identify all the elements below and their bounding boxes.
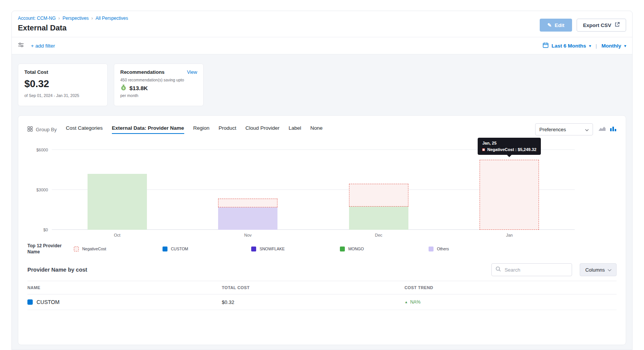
svg-text:$: $ bbox=[123, 87, 124, 90]
total-cost-label: Total Cost bbox=[24, 69, 101, 75]
group-by-tab[interactable]: None bbox=[310, 125, 322, 134]
y-axis-label: $6000 bbox=[36, 148, 48, 152]
bar-column[interactable] bbox=[183, 150, 314, 230]
bar-segment-mongo[interactable] bbox=[349, 207, 408, 230]
legend-swatch bbox=[163, 247, 167, 251]
legend-swatch bbox=[340, 247, 345, 251]
edit-button-label: Edit bbox=[555, 22, 564, 28]
table-row[interactable]: CUSTOM$0.32▲NA% bbox=[27, 294, 617, 310]
bar-column[interactable] bbox=[313, 150, 444, 230]
tooltip-value: NegativeCost : $5,249.32 bbox=[487, 147, 536, 152]
legend-item[interactable]: Others bbox=[429, 247, 517, 251]
group-by-tab[interactable]: External Data: Provider Name bbox=[112, 125, 184, 134]
legend-item[interactable]: MONGO bbox=[340, 247, 429, 251]
search-icon bbox=[496, 266, 501, 273]
area-chart-icon[interactable] bbox=[598, 126, 606, 133]
money-bag-icon: $ bbox=[120, 84, 127, 92]
table-column-header[interactable]: COST TREND bbox=[405, 285, 617, 290]
external-link-icon bbox=[615, 22, 620, 28]
group-by-tab[interactable]: Product bbox=[218, 125, 236, 134]
table-column-header[interactable]: TOTAL COST bbox=[222, 285, 405, 290]
filter-right: Last 6 Months ▾ | Monthly ▾ bbox=[543, 42, 626, 49]
columns-button[interactable]: Columns bbox=[580, 263, 617, 276]
preferences-dropdown[interactable]: Preferences bbox=[535, 123, 593, 135]
group-by-row: Group By Cost CategoriesExternal Data: P… bbox=[27, 123, 617, 135]
breadcrumb-all-perspectives[interactable]: All Perspectives bbox=[96, 16, 128, 21]
filter-left: + add filter bbox=[18, 42, 55, 49]
group-by-tab[interactable]: Cost Categories bbox=[66, 125, 103, 134]
legend-label: CUSTOM bbox=[171, 247, 188, 251]
legend-item[interactable]: CUSTOM bbox=[163, 247, 251, 251]
chevron-down-icon bbox=[585, 127, 589, 132]
recommendations-per-month: per month bbox=[120, 93, 197, 98]
provider-swatch bbox=[27, 299, 33, 305]
header-actions: ✎ Edit Export CSV bbox=[540, 19, 626, 32]
grid-icon bbox=[27, 126, 33, 133]
search-input[interactable] bbox=[504, 267, 568, 273]
bar-column[interactable] bbox=[444, 150, 575, 230]
tooltip-series-swatch bbox=[482, 148, 485, 151]
x-axis-label: Dec bbox=[313, 233, 444, 237]
bar-segment-negativecost[interactable] bbox=[218, 199, 277, 207]
breadcrumb: Account: CCM-NG › Perspectives › All Per… bbox=[18, 16, 128, 21]
group-by-tab[interactable]: Cloud Provider bbox=[245, 125, 279, 134]
group-by-label: Group By bbox=[27, 126, 57, 133]
granularity-dropdown[interactable]: Monthly bbox=[601, 43, 621, 49]
chart-tooltip: Jan, 25 NegativeCost : $5,249.32 bbox=[478, 138, 541, 155]
add-filter-button[interactable]: + add filter bbox=[31, 43, 55, 49]
legend-swatch bbox=[429, 247, 434, 251]
trend-up-icon: ▲ bbox=[405, 300, 408, 304]
breadcrumb-separator-icon: › bbox=[58, 16, 60, 21]
date-range-dropdown[interactable]: Last 6 Months bbox=[552, 43, 586, 49]
table-title: Provider Name by cost bbox=[27, 267, 87, 273]
column-chart-icon[interactable] bbox=[610, 126, 617, 133]
legend-item[interactable]: SNOWFLAKE bbox=[251, 247, 340, 251]
chart-plot: $0$3000$6000 Jan, 25 NegativeCost : $5,2… bbox=[52, 150, 575, 230]
x-axis-label: Oct bbox=[52, 233, 183, 237]
bar-segment-negativecost[interactable] bbox=[349, 184, 408, 207]
bar-segment-negativecost[interactable] bbox=[480, 160, 539, 230]
header-left: Account: CCM-NG › Perspectives › All Per… bbox=[18, 16, 128, 32]
export-csv-button[interactable]: Export CSV bbox=[577, 19, 626, 32]
bar-column[interactable] bbox=[52, 150, 183, 230]
group-by-tabs: Cost CategoriesExternal Data: Provider N… bbox=[66, 125, 323, 134]
perspective-frame: Account: CCM-NG › Perspectives › All Per… bbox=[11, 11, 633, 350]
date-separator: | bbox=[596, 43, 597, 49]
export-csv-label: Export CSV bbox=[583, 22, 611, 28]
table-column-header[interactable]: NAME bbox=[27, 285, 222, 290]
trend-value: NA% bbox=[410, 299, 421, 305]
group-by-label-text: Group By bbox=[36, 127, 57, 132]
calendar-icon bbox=[543, 42, 548, 49]
table-header-row: NAMETOTAL COSTCOST TREND bbox=[27, 281, 617, 294]
recommendations-view-link[interactable]: View bbox=[187, 70, 197, 75]
recommendations-label: Recommendations bbox=[120, 69, 164, 75]
breadcrumb-perspectives[interactable]: Perspectives bbox=[62, 16, 89, 21]
legend-item[interactable]: NegativeCost bbox=[74, 247, 163, 251]
group-by-tab[interactable]: Region bbox=[193, 125, 210, 134]
legend-label: NegativeCost bbox=[82, 247, 106, 251]
legend-label: SNOWFLAKE bbox=[260, 247, 285, 251]
recommendations-savings: $13.8K bbox=[129, 85, 148, 91]
y-axis-label: $3000 bbox=[36, 188, 48, 192]
chevron-down-icon[interactable]: ▾ bbox=[624, 44, 626, 48]
page-title: External Data bbox=[18, 24, 128, 32]
legend-swatch bbox=[74, 247, 79, 251]
group-by-tab[interactable]: Label bbox=[289, 125, 301, 134]
bar-segment-mongo[interactable] bbox=[88, 174, 147, 230]
filter-bar: + add filter Last 6 Months ▾ | Monthly ▾ bbox=[12, 37, 632, 54]
provider-table: NAMETOTAL COSTCOST TREND CUSTOM$0.32▲NA% bbox=[27, 281, 617, 310]
app-root: Account: CCM-NG › Perspectives › All Per… bbox=[0, 0, 644, 350]
filter-sliders-icon[interactable] bbox=[18, 42, 24, 49]
breadcrumb-separator-icon: › bbox=[91, 16, 93, 21]
search-box[interactable] bbox=[491, 263, 572, 276]
edit-button[interactable]: ✎ Edit bbox=[540, 19, 572, 32]
chevron-down-icon[interactable]: ▾ bbox=[589, 44, 591, 48]
bar-segment-others[interactable] bbox=[218, 207, 277, 230]
pencil-icon: ✎ bbox=[547, 22, 552, 28]
breadcrumb-account[interactable]: Account: CCM-NG bbox=[18, 16, 56, 21]
cost-chart: $0$3000$6000 Jan, 25 NegativeCost : $5,2… bbox=[52, 150, 575, 237]
summary-cards: Total Cost $0.32 of Sep 01, 2024 - Jan 3… bbox=[18, 64, 626, 106]
chevron-down-icon bbox=[608, 267, 612, 271]
x-axis-label: Jan bbox=[444, 233, 575, 237]
provider-name: CUSTOM bbox=[37, 299, 59, 305]
